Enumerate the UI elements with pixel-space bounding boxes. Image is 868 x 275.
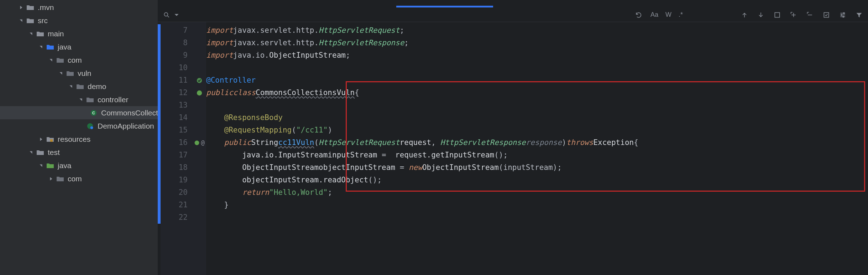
words-toggle[interactable]: W — [665, 11, 671, 19]
gutter-mark: @ — [193, 136, 206, 149]
code-line[interactable]: @RequestMapping("/cc11") — [206, 124, 868, 136]
tree-item-controller[interactable]: controller — [0, 93, 158, 106]
gutter-mark — [193, 87, 206, 99]
line-number: 13 — [161, 99, 188, 111]
code-line[interactable]: import javax.servlet.http.HttpServletRes… — [206, 37, 868, 49]
gutter-mark — [193, 149, 206, 161]
gutter-mark — [193, 49, 206, 62]
revert-icon[interactable] — [634, 10, 643, 20]
tree-item-label: src — [38, 16, 48, 25]
tree-item-commonscollectionsvuln[interactable]: CCommonsCollectionsVuln — [0, 106, 158, 119]
find-toolbar: Aa W .* — [158, 8, 868, 22]
twisty-icon[interactable] — [38, 137, 44, 141]
next-match-icon[interactable] — [756, 10, 765, 20]
code-pane[interactable]: 78910111213141516171819202122 @ import j… — [158, 22, 868, 275]
code-line[interactable]: import java.io.ObjectInputStream; — [206, 49, 868, 62]
tree-item-vuln[interactable]: vuln — [0, 67, 158, 80]
code-line[interactable]: public class CommonsCollectionsVuln { — [206, 87, 868, 99]
svg-point-5 — [164, 12, 168, 16]
match-case-toggle[interactable]: Aa — [650, 11, 658, 19]
gutter-mark — [193, 37, 206, 49]
regex-toggle[interactable]: .* — [679, 11, 683, 19]
prev-match-icon[interactable] — [740, 10, 749, 20]
code-line[interactable]: java.io.InputStream inputStream = reques… — [206, 149, 868, 161]
code-line[interactable]: @ResponseBody — [206, 111, 868, 124]
line-number: 18 — [161, 161, 188, 174]
line-number: 9 — [161, 49, 188, 62]
tree-item-label: com — [68, 56, 82, 64]
folder-icon — [36, 149, 44, 156]
remove-cursor-icon[interactable] — [805, 10, 815, 20]
twisty-icon[interactable] — [48, 177, 54, 181]
tree-item-resources[interactable]: resources — [0, 133, 158, 146]
code-line[interactable]: public String cc11Vuln(HttpServletReques… — [206, 136, 868, 149]
tree-item-java[interactable]: java — [0, 40, 158, 53]
tree-item-main[interactable]: main — [0, 27, 158, 40]
tree-item-java[interactable]: java — [0, 159, 158, 172]
tree-item-label: java — [58, 161, 72, 170]
folder-icon — [26, 4, 34, 11]
code-line[interactable] — [206, 99, 868, 111]
gutter-mark — [193, 211, 206, 224]
tree-item-label: com — [68, 175, 82, 183]
tree-item-src[interactable]: src — [0, 14, 158, 27]
select-all-icon[interactable] — [773, 10, 782, 20]
tree-item-test[interactable]: test — [0, 146, 158, 159]
code-line[interactable]: import javax.servlet.http.HttpServletReq… — [206, 24, 868, 37]
tree-item-label: resources — [58, 135, 90, 144]
settings-icon[interactable] — [838, 10, 847, 20]
line-number: 20 — [161, 186, 188, 199]
svg-point-3 — [90, 126, 93, 129]
line-number: 12 — [161, 87, 188, 99]
twisty-icon[interactable] — [18, 5, 24, 10]
folder-gray-icon — [76, 83, 84, 90]
gutter-mark — [193, 186, 206, 199]
code-line[interactable] — [206, 62, 868, 74]
tree-item-.mvn[interactable]: .mvn — [0, 1, 158, 14]
svg-text:C: C — [92, 110, 95, 115]
code-line[interactable]: ObjectInputStream objectInputStream = ne… — [206, 161, 868, 174]
tree-item-demoapplication[interactable]: DemoApplication — [0, 119, 158, 133]
twisty-icon[interactable] — [58, 71, 64, 76]
tree-item-com[interactable]: com — [0, 172, 158, 185]
code-line[interactable]: objectInputStream.readObject(); — [206, 174, 868, 186]
line-number: 14 — [161, 111, 188, 124]
folder-gray-icon — [66, 70, 74, 77]
folder-green-icon — [46, 162, 54, 169]
line-number: 17 — [161, 149, 188, 161]
code-line[interactable]: } — [206, 199, 868, 211]
code-lines[interactable]: import javax.servlet.http.HttpServletReq… — [206, 22, 868, 275]
twisty-icon[interactable] — [48, 58, 54, 62]
gutter-mark — [193, 174, 206, 186]
search-icon[interactable] — [162, 10, 171, 20]
tree-item-com[interactable]: com — [0, 53, 158, 67]
filter-icon[interactable] — [854, 10, 864, 20]
twisty-icon[interactable] — [28, 150, 34, 155]
svg-rect-4 — [50, 139, 53, 142]
code-line[interactable]: @Controller — [206, 74, 868, 87]
folder-blue-icon — [46, 44, 54, 50]
search-dropdown-icon[interactable] — [174, 10, 179, 20]
gutter-mark — [193, 62, 206, 74]
add-cursor-icon[interactable] — [789, 10, 798, 20]
code-line[interactable]: return "Hello,World"; — [206, 186, 868, 199]
twisty-icon[interactable] — [78, 98, 84, 102]
twisty-icon[interactable] — [38, 164, 44, 168]
line-number: 10 — [161, 62, 188, 74]
gutter-mark — [193, 74, 206, 87]
tree-item-label: java — [58, 43, 72, 51]
code-line[interactable] — [206, 211, 868, 224]
spring-icon — [86, 123, 94, 129]
folder-gray-icon — [56, 176, 64, 182]
tree-item-demo[interactable]: demo — [0, 80, 158, 93]
line-gutter: 78910111213141516171819202122 — [161, 22, 193, 275]
replace-icon[interactable] — [822, 10, 831, 20]
line-number: 19 — [161, 174, 188, 186]
tree-item-label: vuln — [78, 69, 91, 78]
active-tab-underline — [396, 6, 493, 7]
twisty-icon[interactable] — [68, 84, 74, 89]
twisty-icon[interactable] — [28, 32, 34, 36]
twisty-icon[interactable] — [38, 45, 44, 49]
twisty-icon[interactable] — [18, 19, 24, 23]
line-number: 8 — [161, 37, 188, 49]
